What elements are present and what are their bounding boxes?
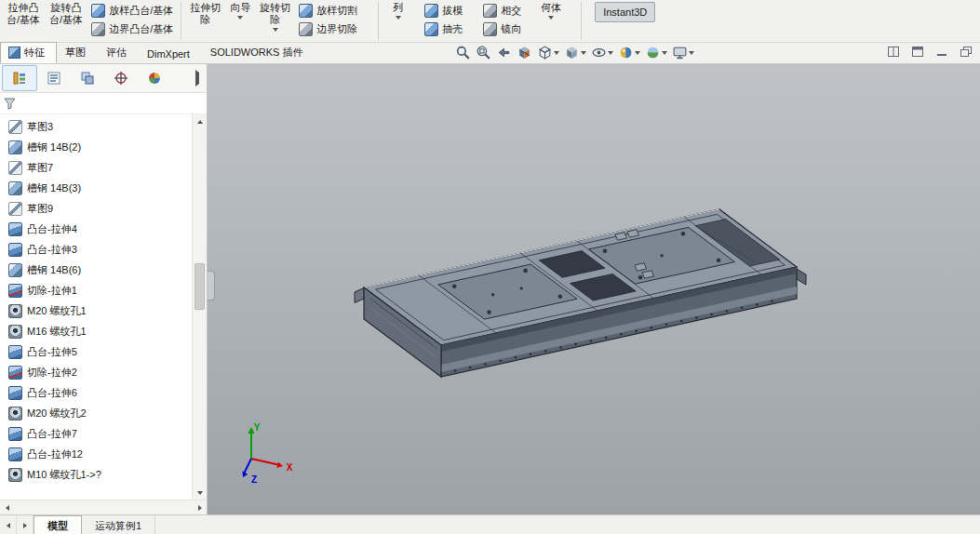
restore-icon[interactable]: [958, 45, 974, 59]
reference-geometry-label: 何体: [541, 2, 561, 14]
boundary-cut-icon: [299, 22, 313, 36]
view-settings-dropdown-icon[interactable]: [689, 51, 694, 55]
scrollbar-thumb[interactable]: [195, 263, 205, 310]
reference-geometry-dropdown-icon[interactable]: [548, 16, 554, 20]
tree-item[interactable]: 凸台-拉伸7: [0, 423, 207, 444]
filter-funnel-icon: [4, 98, 16, 110]
tree-item[interactable]: 凸台-拉伸4: [0, 219, 207, 239]
tree-horizontal-scrollbar[interactable]: [0, 500, 207, 514]
configurationmanager-tab[interactable]: [71, 66, 104, 90]
pane-left-icon[interactable]: [885, 45, 902, 59]
model-tab-label: 模型: [47, 519, 68, 533]
view-orientation-dropdown-icon[interactable]: [554, 51, 559, 55]
tree-item[interactable]: 草图3: [0, 116, 207, 137]
solidworks-window: 拉伸凸 台/基体 旋转凸 台/基体 放样凸台/基体 边界凸台/基体 拉伸切 除 …: [0, 0, 980, 534]
study-tabs-scroll-left[interactable]: [0, 515, 17, 534]
tab-dimxpert[interactable]: DimXpert: [139, 45, 202, 63]
tree-item[interactable]: 草图9: [0, 198, 207, 219]
scroll-left-button[interactable]: [0, 501, 14, 514]
tree-item[interactable]: 凸台-拉伸3: [0, 239, 207, 260]
ribbon-separator: [181, 2, 181, 40]
tree-item[interactable]: 凸台-拉伸5: [0, 341, 207, 362]
display-style-button[interactable]: [563, 44, 587, 61]
tree-item[interactable]: M10 螺纹孔1->?: [0, 464, 207, 485]
hole-wizard-button[interactable]: 向导: [225, 0, 255, 20]
view-orientation-icon: [537, 45, 553, 60]
boundary-boss-button[interactable]: 边界凸台/基体: [87, 20, 177, 38]
cad-model-frame[interactable]: [208, 64, 980, 514]
tree-item[interactable]: 切除-拉伸1: [0, 280, 207, 300]
boss-extrude-icon: [8, 222, 22, 236]
intersect-icon: [483, 4, 497, 18]
dimxpertmanager-tab[interactable]: [104, 66, 138, 90]
tree-item[interactable]: 槽钢 14B(3): [0, 178, 207, 198]
scroll-right-button[interactable]: [193, 501, 207, 514]
tab-solidworks-addins[interactable]: SOLIDWORKS 插件: [202, 42, 315, 63]
tree-item[interactable]: M20 螺纹孔1: [0, 300, 207, 321]
scroll-down-button[interactable]: [193, 486, 207, 500]
motion-study-tab[interactable]: 运动算例1: [82, 515, 155, 534]
pattern-button[interactable]: 列: [388, 0, 408, 20]
featuremanager-tree-tab[interactable]: [2, 65, 37, 91]
displaymanager-tab[interactable]: [138, 66, 171, 90]
zoom-fit-icon: [455, 45, 471, 60]
tree-item[interactable]: M20 螺纹孔2: [0, 403, 207, 423]
hole-wizard-dropdown-icon[interactable]: [237, 16, 243, 20]
hide-show-dropdown-icon[interactable]: [608, 51, 613, 55]
tree-item[interactable]: 凸台-拉伸12: [0, 444, 207, 464]
tree-item[interactable]: M16 螺纹孔1: [0, 321, 207, 341]
hide-show-items-button[interactable]: [590, 44, 614, 61]
draft-button[interactable]: 拔模: [421, 1, 466, 20]
extrude-cut-button[interactable]: 拉伸切 除: [185, 0, 225, 26]
revolve-cut-button[interactable]: 旋转切 除: [255, 0, 295, 32]
apply-scene-button[interactable]: [644, 44, 668, 61]
graphics-viewport[interactable]: Y X Z: [208, 64, 980, 514]
extrude-boss-button[interactable]: 拉伸凸 台/基体: [2, 0, 45, 26]
tab-evaluate[interactable]: 评估: [98, 42, 139, 63]
addins-tab-label: SOLIDWORKS 插件: [210, 46, 303, 60]
tree-item-label: 凸台-拉伸3: [27, 243, 77, 257]
tab-features[interactable]: 特征: [0, 42, 57, 63]
propertymanager-tab[interactable]: [37, 66, 71, 90]
apply-scene-dropdown-icon[interactable]: [662, 51, 667, 55]
tree-filter-row[interactable]: [0, 93, 207, 114]
revolve-boss-button[interactable]: 旋转凸 台/基体: [45, 0, 87, 26]
edit-appearance-dropdown-icon[interactable]: [635, 51, 640, 55]
edit-appearance-button[interactable]: [617, 44, 641, 61]
section-view-button[interactable]: [516, 44, 533, 61]
zoom-area-button[interactable]: [475, 44, 492, 61]
scroll-up-button[interactable]: [193, 114, 207, 128]
reference-geometry-button[interactable]: 何体: [536, 0, 566, 20]
ribbon-separator: [581, 2, 582, 40]
tree-item-label: 凸台-拉伸6: [27, 386, 77, 400]
boss-stack-group: 放样凸台/基体 边界凸台/基体: [87, 0, 177, 38]
tree-item[interactable]: 槽钢 14B(6): [0, 260, 207, 280]
model-tab[interactable]: 模型: [34, 515, 82, 534]
tab-sketch[interactable]: 草图: [57, 42, 98, 63]
boundary-cut-button[interactable]: 边界切除: [295, 20, 361, 38]
display-style-dropdown-icon[interactable]: [581, 51, 586, 55]
tree-item[interactable]: 凸台-拉伸6: [0, 382, 207, 403]
loft-cut-button[interactable]: 放样切割: [295, 1, 361, 20]
sketch-tab-label: 草图: [65, 46, 86, 60]
instant3d-button[interactable]: Instant3D: [595, 2, 655, 22]
previous-view-button[interactable]: [495, 44, 513, 61]
shell-button[interactable]: 抽壳: [421, 20, 466, 38]
mirror-button[interactable]: 镜向: [479, 20, 525, 38]
view-orientation-button[interactable]: [536, 44, 560, 61]
revolve-cut-dropdown-icon[interactable]: [273, 28, 278, 32]
tree-item[interactable]: 草图7: [0, 157, 207, 178]
panel-expand-button[interactable]: [195, 73, 199, 84]
tree-item[interactable]: 槽钢 14B(2): [0, 137, 207, 157]
intersect-button[interactable]: 相交: [479, 1, 525, 20]
minimize-icon[interactable]: [933, 45, 950, 59]
pane-right-icon[interactable]: [909, 45, 926, 59]
scroll-up-arrow-icon: [197, 120, 203, 124]
pattern-dropdown-icon[interactable]: [396, 16, 401, 20]
zoom-fit-button[interactable]: [454, 44, 472, 61]
study-tabs-scroll-right[interactable]: [17, 515, 34, 534]
view-settings-button[interactable]: [671, 44, 695, 61]
tree-vertical-scrollbar[interactable]: [192, 114, 207, 500]
tree-item[interactable]: 切除-拉伸2: [0, 362, 207, 382]
loft-boss-button[interactable]: 放样凸台/基体: [87, 1, 177, 20]
